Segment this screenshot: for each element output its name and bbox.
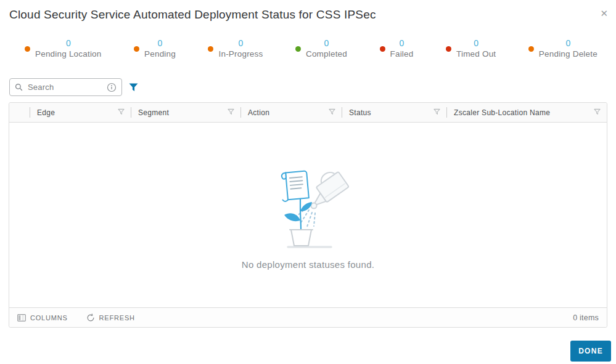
status-count: 0	[400, 38, 405, 48]
status-count: 0	[239, 38, 244, 48]
status-label: Pending Delete	[539, 48, 598, 60]
toolbar	[9, 78, 607, 96]
status-dot	[25, 46, 30, 52]
column-label: Status	[349, 108, 371, 117]
status-count: 0	[158, 38, 163, 48]
empty-state-illustration	[262, 161, 355, 253]
status-dot	[528, 46, 534, 52]
column-label: Edge	[37, 108, 55, 117]
column-filter-icon[interactable]	[433, 108, 440, 117]
columns-button[interactable]: COLUMNS	[17, 314, 68, 322]
refresh-icon	[86, 313, 95, 322]
column-header-edge[interactable]: Edge	[30, 103, 131, 122]
status-label: Pending	[144, 48, 176, 60]
column-header-segment[interactable]: Segment	[131, 103, 240, 122]
column-filter-icon[interactable]	[228, 108, 234, 117]
table-header-select	[9, 103, 30, 122]
close-icon[interactable]: ✕	[598, 7, 610, 19]
column-label: Zscaler Sub-Location Name	[454, 108, 550, 117]
status-label: In-Progress	[218, 48, 263, 60]
status-label: Timed Out	[456, 48, 496, 60]
status-item-pending-delete: 0Pending Delete	[528, 38, 598, 60]
column-header-action[interactable]: Action	[240, 103, 342, 122]
table-header: Edge Segment Action Status Zscaler Sub-L…	[9, 103, 607, 123]
status-label: Pending Location	[35, 48, 102, 60]
status-item-pending: 0Pending	[134, 38, 176, 60]
page-title: Cloud Security Service Automated Deploym…	[9, 8, 606, 22]
columns-icon	[17, 314, 26, 322]
status-item-timed-out: 0Timed Out	[446, 38, 496, 60]
table-footer: COLUMNS REFRESH 0 items	[9, 307, 607, 327]
column-filter-icon[interactable]	[118, 108, 125, 117]
dialog-header: Cloud Security Service Automated Deploym…	[0, 0, 616, 22]
status-dot	[446, 46, 451, 52]
deployment-table: Edge Segment Action Status Zscaler Sub-L…	[9, 102, 607, 328]
column-label: Action	[248, 108, 269, 117]
status-item-pending-location: 0Pending Location	[25, 38, 102, 60]
status-count: 0	[474, 38, 478, 48]
status-count: 0	[324, 38, 329, 48]
search-input[interactable]	[27, 82, 103, 92]
status-dot	[134, 46, 139, 52]
search-icon	[15, 83, 23, 91]
status-item-failed: 0Failed	[380, 38, 414, 60]
table-body-empty-state: No deployment statuses found.	[9, 123, 607, 307]
deployment-status-dialog: Cloud Security Service Automated Deploym…	[0, 0, 616, 364]
empty-state-message: No deployment statuses found.	[242, 259, 375, 270]
column-header-zscaler-sub-location-name[interactable]: Zscaler Sub-Location Name	[446, 103, 607, 122]
refresh-button[interactable]: REFRESH	[86, 313, 135, 322]
dialog-actions: DONE	[570, 341, 611, 362]
status-label: Failed	[390, 48, 414, 60]
status-dot	[295, 46, 301, 52]
refresh-button-label: REFRESH	[99, 314, 135, 322]
search-box	[9, 78, 122, 96]
done-button[interactable]: DONE	[570, 341, 611, 362]
info-icon[interactable]	[107, 83, 117, 92]
status-dot	[208, 46, 213, 52]
status-dot	[380, 46, 385, 52]
status-label: Completed	[306, 48, 347, 60]
items-count: 0 items	[573, 313, 599, 322]
status-count: 0	[565, 38, 570, 48]
filter-icon[interactable]	[129, 83, 138, 92]
columns-button-label: COLUMNS	[30, 314, 68, 322]
status-count: 0	[66, 38, 71, 48]
column-header-status[interactable]: Status	[342, 103, 446, 122]
status-summary: 0Pending Location 0Pending 0In-Progress …	[25, 38, 598, 60]
status-item-completed: 0Completed	[295, 38, 347, 60]
column-label: Segment	[138, 108, 169, 117]
column-filter-icon[interactable]	[594, 108, 601, 117]
column-filter-icon[interactable]	[329, 108, 335, 117]
status-item-in-progress: 0In-Progress	[208, 38, 263, 60]
